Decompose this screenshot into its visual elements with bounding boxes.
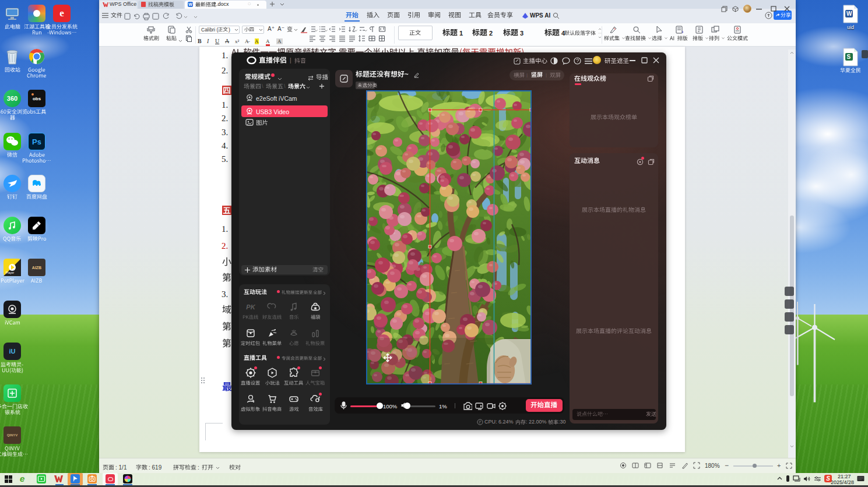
svg-text:Player: Player (6, 271, 15, 274)
svg-text:S: S (847, 54, 851, 60)
svg-text:W: W (846, 10, 852, 17)
svg-text:PK: PK (246, 304, 255, 310)
